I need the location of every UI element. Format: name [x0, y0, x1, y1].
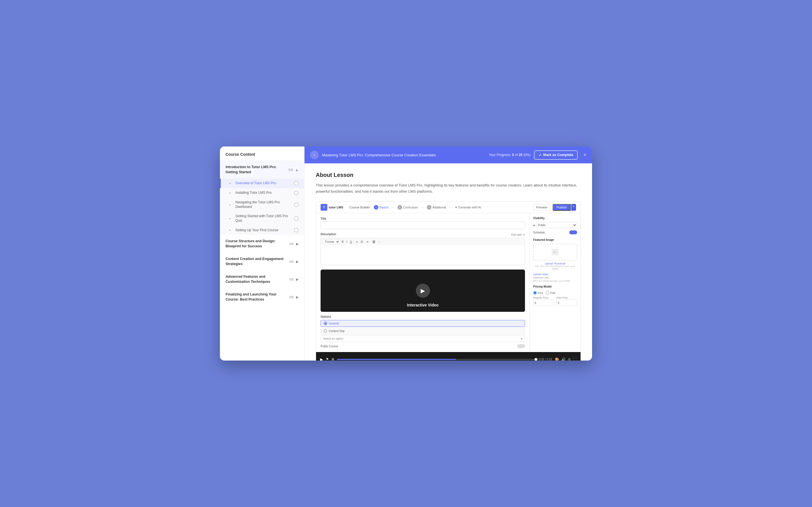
add-from-url-button[interactable]: Add from URL	[533, 276, 577, 279]
palette-icon[interactable]: 🎨	[555, 357, 559, 360]
video-play-button[interactable]: ▶	[416, 284, 430, 298]
paid-radio[interactable]	[546, 291, 549, 295]
nav-curriculum[interactable]: 2 Curriculum	[398, 205, 418, 210]
edit-with-label: Edit with ✦	[511, 233, 525, 236]
regular-price-field: Regular Price	[533, 296, 554, 306]
video-container: ▶ Interactive Video	[320, 270, 525, 312]
lesson-item-quiz[interactable]: ▪ Getting Started with Tutor LMS Pro Qui…	[220, 212, 304, 225]
chevron-up-icon: ▲	[295, 168, 299, 172]
public-course-toggle[interactable]	[517, 344, 525, 348]
paid-radio-label[interactable]: Paid	[546, 291, 555, 295]
lesson-title-quiz: Getting Started with Tutor LMS Pro Quiz	[236, 214, 292, 223]
indent-button[interactable]: ⇥	[365, 240, 369, 244]
option-content-drip[interactable]: Content Drip	[320, 328, 525, 334]
play-pause-button[interactable]: ▶	[320, 357, 323, 360]
title-field-row: Title	[320, 217, 525, 229]
main-content: ‹ Mastering Tutor LMS Pro: Comprehensive…	[305, 147, 592, 360]
tutor-logo-text: tutor LMS	[329, 206, 343, 209]
tutor-logo-icon: T	[320, 204, 327, 211]
italic-button[interactable]: I	[345, 240, 349, 244]
back-button[interactable]: ‹	[310, 151, 319, 159]
preview-button[interactable]: Preview	[533, 204, 550, 210]
nav-generate-ai[interactable]: ✦ Generate with AI	[455, 206, 481, 209]
more-button[interactable]: ···	[377, 240, 382, 244]
schedule-row: Schedule	[533, 230, 577, 234]
lesson-icon-quiz: ▪	[229, 217, 233, 221]
chevron-right-icon-2: ▶	[296, 260, 299, 264]
free-radio-label[interactable]: Free	[533, 291, 543, 295]
lesson-item-setup[interactable]: ▪ Setting Up Your First Course	[220, 225, 304, 235]
section-advanced[interactable]: Advanced Features and Customization Tech…	[220, 270, 304, 288]
free-radio[interactable]	[533, 291, 537, 295]
video-player-bar: ▶ ⚑ ⊞ 0:00 / 0:18 🎨 🔊 ⚙ ⛶	[316, 352, 580, 360]
header-progress: Your Progress: 0 of 25 (0%)	[489, 153, 530, 157]
time-display: 0:00 / 0:18	[539, 358, 552, 360]
lesson-list-intro: ▪ Overview of Tutor LMS Pro ▪ Installing…	[220, 179, 304, 235]
section-intro-count: 0/5	[289, 168, 293, 172]
lesson-title-installing: Installing Tutor LMS Pro	[236, 191, 292, 195]
embedded-form: Title Description Edit with ✦	[316, 213, 530, 352]
align-left-button[interactable]: ≡	[355, 240, 359, 244]
options-label: Options	[320, 315, 525, 318]
visibility-select[interactable]: Public	[537, 222, 577, 228]
image-button[interactable]: 🖼	[371, 240, 376, 244]
underline-button[interactable]: U	[349, 240, 353, 244]
fullscreen-icon[interactable]: ⛶	[573, 357, 576, 360]
upload-thumbnail-button[interactable]: Upload Thumbnail	[533, 262, 577, 265]
bookmark-button[interactable]: ⚑	[326, 357, 329, 360]
desc-label: Description	[320, 233, 336, 236]
app-window: Course Content Introduction to Tutor LMS…	[220, 147, 592, 360]
publish-button[interactable]: Publish	[553, 204, 571, 211]
section-intro-label: Introduction to Tutor LMS Pro: Getting S…	[225, 165, 289, 175]
section-finalizing[interactable]: Finalizing and Launching Your Course: Be…	[220, 288, 304, 306]
progress-track[interactable]	[337, 359, 536, 360]
publish-caret-button[interactable]: ▾	[571, 204, 576, 211]
nav-additional[interactable]: 3 Additional	[427, 205, 446, 210]
volume-icon[interactable]: 🔊	[561, 357, 566, 360]
sidebar-title: Course Content	[220, 147, 304, 161]
video-overlay: ▶ Interactive Video	[320, 270, 525, 312]
public-course-row: Public Course	[320, 344, 525, 348]
editor-toolbar: Format B I U | ≡ ☰ ⇥ | 🖼	[320, 238, 525, 245]
sale-price-field: Sale Price	[556, 296, 577, 306]
svg-point-1	[554, 251, 555, 252]
sale-price-input[interactable]	[556, 300, 577, 306]
desc-field-row: Description Edit with ✦ Format B	[320, 233, 525, 266]
lesson-radio-installing	[294, 191, 299, 195]
nav-badge-1: 1	[374, 205, 378, 210]
nav-badge-2: 2	[398, 205, 402, 210]
pricing-row: Free Paid	[533, 291, 577, 295]
settings-icon[interactable]: ⚙	[568, 357, 571, 360]
thumbnail-area	[533, 244, 577, 261]
section-structure[interactable]: Course Structure and Design: Blueprint f…	[220, 235, 304, 252]
title-input[interactable]	[320, 221, 525, 229]
nav-basics[interactable]: 1 Basics	[374, 205, 389, 210]
mark-complete-button[interactable]: ✓ Mark as Complete	[534, 151, 578, 160]
embedded-body: Title Description Edit with ✦	[316, 213, 580, 352]
chevron-right-icon-1: ▶	[296, 242, 299, 246]
regular-price-input[interactable]	[533, 300, 554, 306]
chapter-button[interactable]: ⊞	[332, 357, 334, 360]
lesson-radio-navigating	[294, 203, 299, 207]
video-note: MP4 and WebM formats, up to 50MB	[533, 280, 577, 282]
select-option-dropdown[interactable]: Select an option ▾	[320, 335, 525, 342]
close-button[interactable]: ×	[583, 152, 587, 158]
lesson-item-overview[interactable]: ▪ Overview of Tutor LMS Pro	[220, 179, 304, 188]
section-content[interactable]: Content Creation and Engagement Strategi…	[220, 252, 304, 270]
lesson-item-installing[interactable]: ▪ Installing Tutor LMS Pro	[220, 188, 304, 198]
lesson-item-navigating[interactable]: ▪ Navigating the Tutor LMS Pro Dashboard	[220, 198, 304, 212]
svg-rect-0	[552, 249, 559, 256]
list-button[interactable]: ☰	[359, 240, 364, 244]
upload-video-button[interactable]: Upload Video	[533, 273, 577, 276]
lesson-icon-overview: ▪	[229, 181, 233, 185]
option-general[interactable]: General	[320, 320, 525, 327]
bold-button[interactable]: B	[341, 240, 345, 244]
schedule-toggle[interactable]	[569, 230, 577, 234]
desc-textarea[interactable]	[320, 245, 525, 265]
section-intro[interactable]: Introduction to Tutor LMS Pro: Getting S…	[220, 161, 304, 179]
lesson-title-navigating: Navigating the Tutor LMS Pro Dashboard	[236, 200, 292, 209]
nav-badge-3: 3	[427, 205, 432, 210]
about-lesson-title: About Lesson	[316, 172, 581, 178]
format-select[interactable]: Format	[322, 239, 340, 244]
progress-dot	[535, 358, 538, 360]
